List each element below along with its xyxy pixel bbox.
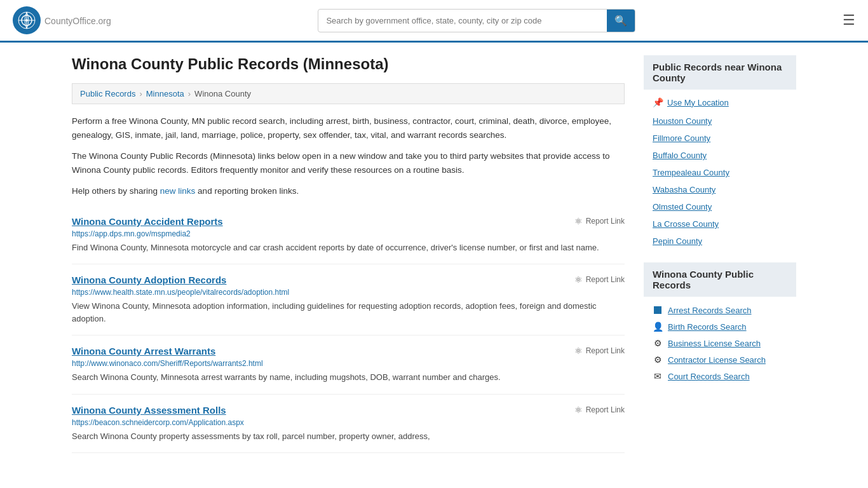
sidebar: Public Records near Winona County 📌 Use …: [644, 55, 796, 453]
nearby-county-link-2[interactable]: Buffalo County: [653, 151, 707, 160]
record-desc-2: Search Winona County, Minnesota arrest w…: [72, 371, 625, 384]
record-title-1[interactable]: Winona County Adoption Records: [72, 274, 226, 285]
description-3: Help others by sharing new links and rep…: [72, 184, 625, 198]
breadcrumb-sep-1: ›: [139, 89, 142, 98]
record-icon-2: ⚙: [653, 338, 663, 348]
public-records-section: Winona County Public Records Arrest Reco…: [644, 262, 796, 387]
public-record-item: ⚙Contractor License Search: [644, 351, 796, 368]
record-item: Winona County Accident Reports ⚛ Report …: [72, 206, 625, 265]
record-url-2[interactable]: http://www.winonaco.com/Sheriff/Reports/…: [72, 359, 625, 368]
report-link-1[interactable]: ⚛ Report Link: [574, 274, 625, 285]
desc3-pre: Help others by sharing: [72, 186, 160, 196]
record-url-3[interactable]: https://beacon.schneidercorp.com/Applica…: [72, 418, 625, 427]
nearby-county-link-1[interactable]: Fillmore County: [653, 133, 710, 143]
record-icon-1: 👤: [653, 322, 663, 332]
nearby-county-item: Wabasha County: [644, 181, 796, 198]
main-container: Winona County Public Records (Minnesota)…: [59, 43, 809, 466]
public-records-header: Winona County Public Records: [644, 262, 796, 297]
public-record-item: ✉Court Records Search: [644, 368, 796, 384]
record-desc-1: View Winona County, Minnesota adoption i…: [72, 300, 625, 325]
nearby-header: Public Records near Winona County: [644, 55, 796, 90]
menu-icon[interactable]: ☰: [843, 12, 855, 29]
search-button[interactable]: 🔍: [607, 10, 635, 32]
public-record-link-4[interactable]: Court Records Search: [668, 372, 750, 381]
nearby-county-item: Houston County: [644, 112, 796, 130]
nearby-counties-list: Houston CountyFillmore CountyBuffalo Cou…: [644, 112, 796, 250]
record-title-3[interactable]: Winona County Assessment Rolls: [72, 405, 226, 416]
record-item: Winona County Assessment Rolls ⚛ Report …: [72, 395, 625, 454]
svg-point-4: [25, 19, 28, 22]
record-icon-4: ✉: [653, 371, 663, 381]
report-link-3[interactable]: ⚛ Report Link: [574, 405, 625, 415]
record-icon-0: [653, 305, 663, 315]
report-icon-2: ⚛: [574, 346, 583, 356]
logo-area: CountyOffice.org: [13, 6, 111, 34]
record-item: Winona County Adoption Records ⚛ Report …: [72, 264, 625, 336]
report-icon-1: ⚛: [574, 274, 583, 285]
record-item: Winona County Arrest Warrants ⚛ Report L…: [72, 336, 625, 395]
record-desc-3: Search Winona County property assessment…: [72, 430, 625, 443]
location-pin-icon: 📌: [653, 97, 663, 107]
nearby-county-link-5[interactable]: Olmsted County: [653, 202, 712, 212]
desc3-post: and reporting broken links.: [195, 186, 299, 196]
nearby-county-item: Pepin County: [644, 233, 796, 250]
record-title-2[interactable]: Winona County Arrest Warrants: [72, 346, 215, 356]
public-record-link-2[interactable]: Business License Search: [668, 339, 761, 348]
record-header: Winona County Arrest Warrants ⚛ Report L…: [72, 346, 625, 356]
nearby-county-link-6[interactable]: La Crosse County: [653, 219, 719, 229]
record-desc-0: Find Winona County, Minnesota motorcycle…: [72, 241, 625, 254]
report-link-2[interactable]: ⚛ Report Link: [574, 346, 625, 356]
nearby-county-link-3[interactable]: Trempealeau County: [653, 168, 729, 177]
breadcrumb: Public Records › Minnesota › Winona Coun…: [72, 83, 625, 104]
breadcrumb-sep-2: ›: [188, 89, 191, 98]
nearby-county-link-0[interactable]: Houston County: [653, 116, 712, 126]
nearby-county-link-4[interactable]: Wabasha County: [653, 185, 715, 194]
content-area: Winona County Public Records (Minnesota)…: [72, 55, 625, 453]
report-link-0[interactable]: ⚛ Report Link: [574, 216, 625, 226]
record-header: Winona County Accident Reports ⚛ Report …: [72, 216, 625, 227]
nearby-county-item: La Crosse County: [644, 215, 796, 233]
nearby-county-item: Buffalo County: [644, 147, 796, 164]
page-title: Winona County Public Records (Minnesota): [72, 55, 625, 73]
new-links-link[interactable]: new links: [160, 186, 196, 196]
nearby-county-item: Trempealeau County: [644, 164, 796, 181]
public-record-link-0[interactable]: Arrest Records Search: [668, 306, 752, 315]
record-icon-3: ⚙: [653, 355, 663, 365]
search-bar: 🔍: [318, 9, 635, 32]
header-right: ☰: [843, 12, 855, 29]
breadcrumb-minnesota[interactable]: Minnesota: [146, 89, 184, 98]
record-title-0[interactable]: Winona County Accident Reports: [72, 216, 223, 227]
public-record-item: ⚙Business License Search: [644, 335, 796, 351]
record-url-0[interactable]: https://app.dps.mn.gov/mspmedia2: [72, 229, 625, 238]
nearby-county-item: Fillmore County: [644, 130, 796, 147]
record-header: Winona County Adoption Records ⚛ Report …: [72, 274, 625, 285]
public-record-link-3[interactable]: Contractor License Search: [668, 355, 766, 365]
logo-suffix: .org: [96, 16, 111, 26]
search-input[interactable]: [318, 11, 607, 30]
site-header: CountyOffice.org 🔍 ☰: [0, 0, 868, 43]
public-records-list: Arrest Records Search👤Birth Records Sear…: [644, 299, 796, 387]
record-url-1[interactable]: https://www.health.state.mn.us/people/vi…: [72, 288, 625, 297]
records-container: Winona County Accident Reports ⚛ Report …: [72, 206, 625, 454]
use-location[interactable]: 📌 Use My Location: [644, 92, 796, 112]
record-header: Winona County Assessment Rolls ⚛ Report …: [72, 405, 625, 416]
nearby-county-item: Olmsted County: [644, 198, 796, 215]
logo-text: CountyOffice.org: [44, 14, 111, 27]
public-record-item: Arrest Records Search: [644, 302, 796, 318]
description-1: Perform a free Winona County, MN public …: [72, 114, 625, 142]
nearby-section: Public Records near Winona County 📌 Use …: [644, 55, 796, 250]
report-icon-0: ⚛: [574, 216, 583, 226]
use-location-link[interactable]: Use My Location: [667, 98, 729, 107]
logo-icon: [13, 6, 41, 34]
breadcrumb-public-records[interactable]: Public Records: [80, 89, 135, 98]
description-2: The Winona County Public Records (Minnes…: [72, 149, 625, 177]
report-icon-3: ⚛: [574, 405, 583, 415]
public-record-item: 👤Birth Records Search: [644, 318, 796, 335]
public-record-link-1[interactable]: Birth Records Search: [668, 322, 747, 332]
nearby-county-link-7[interactable]: Pepin County: [653, 236, 702, 246]
breadcrumb-winona: Winona County: [194, 89, 251, 98]
